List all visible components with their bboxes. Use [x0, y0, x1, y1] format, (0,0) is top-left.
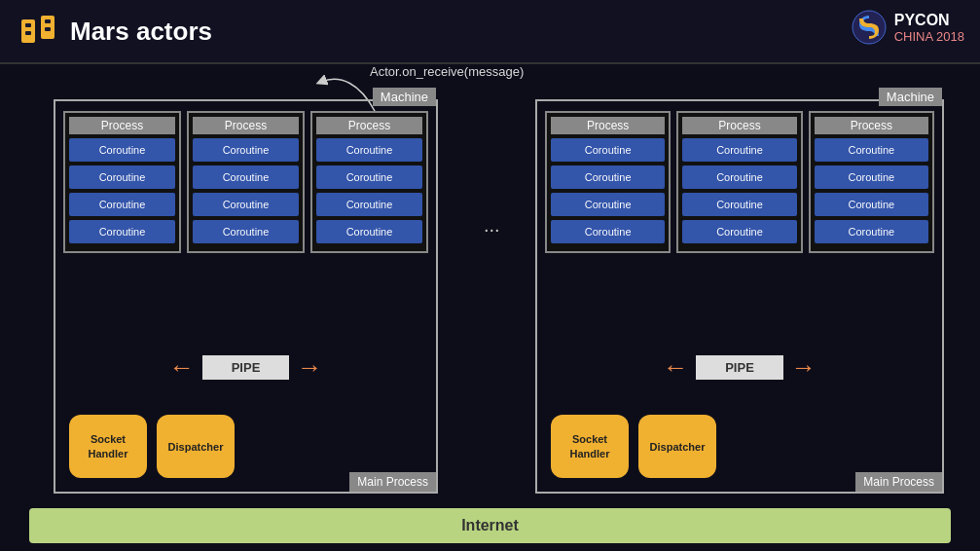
coroutine-left-2-4: Coroutine	[193, 220, 299, 243]
coroutine-left-2-3: Coroutine	[193, 193, 299, 216]
coroutine-right-3-1: Coroutine	[815, 138, 928, 162]
header: Mars actors	[0, 0, 980, 64]
process-col-left-2: Process Coroutine Coroutine Coroutine Co…	[187, 111, 305, 253]
coroutine-left-1-2: Coroutine	[69, 165, 175, 189]
coroutine-right-1-3: Coroutine	[551, 193, 665, 216]
main-process-right: Socket Handler Dispatcher Main Process	[537, 404, 942, 492]
content-area: Actor.on_receive(message) Machine Proces…	[0, 58, 980, 551]
coroutine-right-2-1: Coroutine	[682, 138, 796, 162]
pycon-logo-icon	[852, 10, 887, 45]
process-label-left-3: Process	[316, 117, 422, 134]
pipe-box-right: PIPE	[696, 355, 783, 380]
coroutine-left-1-3: Coroutine	[69, 193, 175, 216]
process-label-left-1: Process	[69, 117, 175, 134]
coroutine-right-1-2: Coroutine	[551, 165, 665, 189]
main-process-label-right: Main Process	[855, 472, 942, 492]
process-col-right-1: Process Coroutine Coroutine Coroutine Co…	[545, 111, 671, 253]
coroutine-right-1-1: Coroutine	[551, 138, 665, 162]
pipe-row-left: ← PIPE →	[55, 352, 436, 383]
arrow-left-left: ←	[169, 352, 195, 383]
machine-right-label: Machine	[879, 88, 942, 106]
page-title: Mars actors	[70, 17, 212, 47]
machine-left: Machine Process Coroutine Coroutine Coro…	[54, 99, 438, 494]
svg-rect-1	[25, 23, 31, 27]
coroutine-left-3-3: Coroutine	[316, 193, 422, 216]
processes-row-left: Process Coroutine Coroutine Coroutine Co…	[63, 111, 428, 253]
process-label-right-1: Process	[551, 117, 665, 134]
process-col-right-3: Process Coroutine Coroutine Coroutine Co…	[809, 111, 934, 253]
process-col-right-2: Process Coroutine Coroutine Coroutine Co…	[676, 111, 802, 253]
coroutine-left-3-1: Coroutine	[316, 138, 422, 162]
svg-rect-5	[45, 27, 51, 31]
svg-rect-4	[45, 19, 51, 23]
main-process-label-left: Main Process	[349, 472, 436, 492]
coroutine-left-2-1: Coroutine	[193, 138, 299, 162]
process-label-right-3: Process	[815, 117, 928, 134]
coroutine-left-3-2: Coroutine	[316, 165, 422, 189]
svg-rect-2	[25, 31, 31, 35]
coroutine-right-3-4: Coroutine	[815, 220, 928, 243]
pipe-box-left: PIPE	[202, 355, 290, 380]
arrow-right-right: →	[791, 352, 817, 383]
coroutine-right-1-4: Coroutine	[551, 220, 665, 243]
coroutine-left-3-4: Coroutine	[316, 220, 422, 243]
process-label-left-2: Process	[193, 117, 299, 134]
coroutine-right-2-3: Coroutine	[682, 193, 796, 216]
processes-row-right: Process Coroutine Coroutine Coroutine Co…	[545, 111, 934, 253]
coroutine-right-3-2: Coroutine	[815, 165, 928, 189]
dispatcher-left: Dispatcher	[157, 415, 235, 478]
coroutine-right-3-3: Coroutine	[815, 193, 928, 216]
actor-on-receive-label: Actor.on_receive(message)	[370, 64, 524, 79]
coroutine-left-1-4: Coroutine	[69, 220, 175, 243]
coroutine-left-1-1: Coroutine	[69, 138, 175, 162]
process-col-left-3: Process Coroutine Coroutine Coroutine Co…	[310, 111, 428, 253]
main-process-left: Socket Handler Dispatcher Main Process	[55, 404, 436, 492]
socket-handler-left: Socket Handler	[69, 415, 147, 478]
machine-right: Machine Process Coroutine Coroutine Coro…	[535, 99, 944, 494]
mars-logo-icon	[19, 12, 58, 51]
arrow-left-right: ←	[663, 352, 688, 383]
coroutine-right-2-4: Coroutine	[682, 220, 796, 243]
ellipsis: ...	[484, 214, 500, 237]
process-col-left-1: Process Coroutine Coroutine Coroutine Co…	[63, 111, 181, 253]
pipe-row-right: ← PIPE →	[537, 352, 942, 383]
dispatcher-right: Dispatcher	[638, 415, 716, 478]
process-label-right-2: Process	[682, 117, 796, 134]
arrow-right-left: →	[297, 352, 322, 383]
machine-left-label: Machine	[373, 88, 436, 106]
slide: Mars actors PYCON CHINA 2018 Actor	[0, 0, 980, 551]
internet-bar: Internet	[29, 508, 951, 543]
pycon-badge: PYCON CHINA 2018	[852, 10, 964, 45]
coroutine-left-2-2: Coroutine	[193, 165, 299, 189]
coroutine-right-2-2: Coroutine	[682, 165, 796, 189]
pycon-text: PYCON CHINA 2018	[894, 12, 964, 44]
socket-handler-right: Socket Handler	[551, 415, 629, 478]
